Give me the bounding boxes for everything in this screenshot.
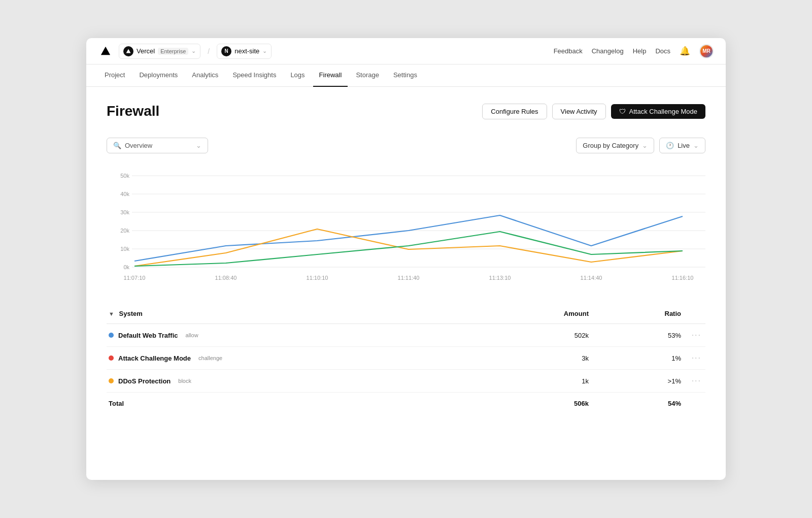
nav-settings[interactable]: Settings: [387, 64, 423, 87]
section-label: System: [119, 310, 143, 317]
project-switcher[interactable]: N next-site ⌄: [217, 44, 272, 59]
section-header-row: ▼ System Amount Ratio: [107, 304, 705, 324]
vercel-logo: [98, 44, 113, 58]
ratio-col-header: Ratio: [593, 304, 685, 324]
row-badge-block: block: [178, 378, 191, 384]
total-ratio: 54%: [593, 393, 685, 415]
live-chevron-icon: ⌄: [693, 142, 699, 149]
changelog-link[interactable]: Changelog: [592, 47, 624, 55]
row-ratio-0: 53%: [593, 324, 685, 347]
svg-text:40k: 40k: [120, 191, 129, 197]
dot-blue: [109, 333, 114, 338]
total-label: Total: [107, 393, 466, 415]
svg-text:11:07:10: 11:07:10: [124, 275, 146, 281]
row-amount-0: 502k: [466, 324, 593, 347]
nav-project[interactable]: Project: [98, 64, 131, 87]
page-header: Firewall Configure Rules View Activity 🛡…: [107, 103, 705, 119]
overview-dropdown-label: Overview: [125, 142, 192, 149]
table-row: DDoS Protection block 1k >1% ···: [107, 370, 705, 393]
brand-switcher[interactable]: Vercel Enterprise ⌄: [119, 44, 200, 59]
secondary-nav: Project Deployments Analytics Speed Insi…: [86, 64, 726, 87]
brand-name: Vercel: [137, 47, 155, 55]
svg-text:11:13:10: 11:13:10: [489, 275, 511, 281]
chart-area: 50k 40k 30k 20k 10k 0k 11:07:10 11:08:40: [107, 166, 705, 287]
avatar[interactable]: MR: [699, 44, 714, 58]
chart-container: 50k 40k 30k 20k 10k 0k 11:07:10 11:08:40: [107, 171, 705, 287]
row-menu-2[interactable]: ···: [692, 376, 701, 385]
svg-text:30k: 30k: [120, 209, 129, 215]
chart-svg: 50k 40k 30k 20k 10k 0k 11:07:10 11:08:40: [107, 171, 705, 287]
row-menu-1[interactable]: ···: [692, 353, 701, 362]
brand-badge: Enterprise: [158, 48, 188, 55]
table-row: Default Web Traffic allow 502k 53% ···: [107, 324, 705, 347]
main-window: Vercel Enterprise ⌄ / N next-site ⌄ Feed…: [86, 38, 726, 480]
topbar-divider: /: [208, 47, 210, 55]
svg-text:0k: 0k: [123, 264, 129, 270]
row-badge-challenge: challenge: [198, 355, 222, 361]
dot-red: [109, 355, 114, 361]
nav-storage[interactable]: Storage: [350, 64, 385, 87]
row-menu-0[interactable]: ···: [692, 331, 701, 339]
nav-speed-insights[interactable]: Speed Insights: [226, 64, 282, 87]
nav-logs[interactable]: Logs: [284, 64, 311, 87]
row-ratio-2: >1%: [593, 370, 685, 393]
clock-icon: 🕐: [666, 142, 674, 149]
topbar-right: Feedback Changelog Help Docs 🔔 MR: [554, 44, 714, 58]
project-name: next-site: [234, 47, 259, 55]
dot-yellow: [109, 378, 114, 383]
data-table: ▼ System Amount Ratio Default Web Traffi…: [107, 304, 705, 414]
content-area: Firewall Configure Rules View Activity 🛡…: [86, 87, 726, 435]
configure-rules-button[interactable]: Configure Rules: [482, 104, 547, 119]
row-amount-1: 3k: [466, 347, 593, 370]
shield-icon: 🛡: [619, 108, 626, 115]
row-name-ddos-protection: DDoS Protection: [118, 377, 171, 385]
overview-chevron-icon: ⌄: [196, 142, 201, 149]
row-ratio-1: 1%: [593, 347, 685, 370]
docs-link[interactable]: Docs: [655, 47, 670, 55]
row-name-attack-challenge: Attack Challenge Mode: [118, 354, 191, 362]
svg-text:11:10:10: 11:10:10: [307, 275, 328, 281]
group-by-label: Group by Category: [583, 142, 638, 149]
svg-text:20k: 20k: [120, 228, 129, 234]
nav-firewall[interactable]: Firewall: [313, 64, 348, 87]
page-title: Firewall: [107, 103, 482, 119]
row-amount-2: 1k: [466, 370, 593, 393]
row-name-default-web-traffic: Default Web Traffic: [118, 332, 178, 339]
search-icon: 🔍: [113, 142, 121, 149]
table-row: Attack Challenge Mode challenge 3k 1% ··…: [107, 347, 705, 370]
row-badge-allow: allow: [186, 332, 198, 338]
brand-chevron-icon: ⌄: [191, 48, 196, 54]
amount-col-header: Amount: [466, 304, 593, 324]
total-row: Total 506k 54%: [107, 393, 705, 415]
row-label: Default Web Traffic allow: [109, 332, 464, 339]
brand-icon: [123, 46, 133, 56]
svg-text:11:14:40: 11:14:40: [581, 275, 602, 281]
svg-marker-1: [126, 49, 131, 53]
filter-right: Group by Category ⌄ 🕐 Live ⌄: [576, 138, 705, 153]
view-activity-button[interactable]: View Activity: [552, 104, 606, 119]
group-by-dropdown[interactable]: Group by Category ⌄: [576, 138, 654, 153]
notifications-bell-icon[interactable]: 🔔: [680, 46, 690, 56]
overview-dropdown[interactable]: 🔍 Overview ⌄: [107, 138, 208, 153]
svg-text:50k: 50k: [120, 173, 129, 179]
svg-text:11:08:40: 11:08:40: [215, 275, 237, 281]
topbar: Vercel Enterprise ⌄ / N next-site ⌄ Feed…: [86, 38, 726, 64]
attack-challenge-mode-button[interactable]: 🛡 Attack Challenge Mode: [611, 104, 705, 119]
live-dropdown[interactable]: 🕐 Live ⌄: [659, 138, 705, 153]
group-by-chevron-icon: ⌄: [642, 142, 648, 149]
svg-text:11:11:40: 11:11:40: [398, 275, 420, 281]
feedback-link[interactable]: Feedback: [554, 47, 583, 55]
nav-analytics[interactable]: Analytics: [186, 64, 224, 87]
svg-marker-0: [101, 46, 110, 55]
nav-deployments[interactable]: Deployments: [133, 64, 184, 87]
total-amount: 506k: [466, 393, 593, 415]
filter-bar: 🔍 Overview ⌄ Group by Category ⌄ 🕐 Live …: [107, 138, 705, 153]
help-link[interactable]: Help: [633, 47, 647, 55]
filter-left: 🔍 Overview ⌄: [107, 138, 576, 153]
section-chevron-icon: ▼: [109, 311, 114, 317]
row-label: Attack Challenge Mode challenge: [109, 354, 464, 362]
svg-text:10k: 10k: [120, 246, 129, 252]
row-label: DDoS Protection block: [109, 377, 464, 385]
project-chevron-icon: ⌄: [262, 48, 267, 54]
project-icon: N: [221, 46, 231, 56]
